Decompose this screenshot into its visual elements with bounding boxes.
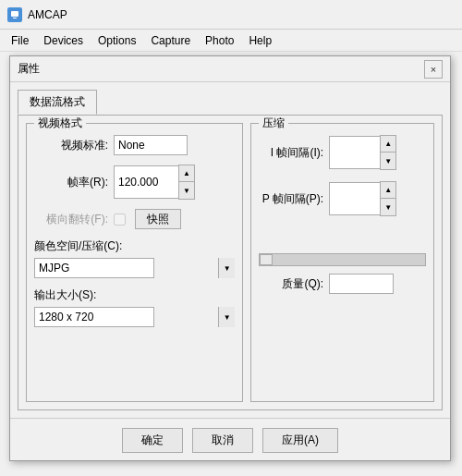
video-format-group: 视频格式 视频标准: 帧率(R): ▲ ▼ <box>26 123 243 402</box>
menu-options[interactable]: Options <box>91 32 143 49</box>
quality-row: 质量(Q): <box>259 274 426 294</box>
output-size-row: 输出大小(S): 1280 x 720 640 x 480 320 x 240 … <box>34 287 235 327</box>
color-space-select[interactable]: MJPG YUY2 NV12 H264 <box>34 258 154 278</box>
i-interval-label: I 帧间隔(I): <box>259 145 323 161</box>
frame-rate-down-button[interactable]: ▼ <box>179 182 194 199</box>
p-interval-row: P 帧间隔(P): ▲ ▼ <box>259 181 426 216</box>
apply-button[interactable]: 应用(A) <box>262 428 338 453</box>
menu-photo[interactable]: Photo <box>198 32 241 49</box>
frame-rate-input[interactable] <box>114 165 178 199</box>
cancel-button[interactable]: 取消 <box>192 428 253 453</box>
frame-rate-row: 帧率(R): ▲ ▼ <box>34 165 235 200</box>
app-title: AMCAP <box>28 8 67 21</box>
output-size-dropdown-arrow: ▼ <box>218 307 235 327</box>
app-icon <box>7 7 22 22</box>
dialog-close-button[interactable]: × <box>424 60 443 79</box>
p-interval-spinner-buttons: ▲ ▼ <box>380 181 396 216</box>
color-space-dropdown-arrow: ▼ <box>218 258 235 278</box>
color-space-label: 颜色空间/压缩(C): <box>34 238 229 254</box>
p-interval-label: P 帧间隔(P): <box>259 191 323 207</box>
color-space-row: 颜色空间/压缩(C): MJPG YUY2 NV12 H264 ▼ <box>34 238 235 278</box>
dialog-content: 数据流格式 视频格式 视频标准: 帧率(R): ▲ <box>10 82 450 418</box>
tab-data-stream-format[interactable]: 数据流格式 <box>18 90 97 115</box>
video-standard-label: 视频标准: <box>34 138 108 153</box>
video-format-legend: 视频格式 <box>34 116 86 131</box>
dialog-title: 属性 <box>18 61 40 77</box>
p-interval-spinner: ▲ ▼ <box>329 181 396 216</box>
video-standard-input[interactable] <box>114 135 188 155</box>
color-space-select-wrapper: MJPG YUY2 NV12 H264 ▼ <box>34 258 235 278</box>
flip-checkbox[interactable] <box>114 214 126 226</box>
i-interval-spinner-buttons: ▲ ▼ <box>380 135 396 170</box>
ok-button[interactable]: 确定 <box>122 428 183 453</box>
flip-row: 横向翻转(F): 快照 <box>34 209 235 229</box>
panel-area: 视频格式 视频标准: 帧率(R): ▲ ▼ <box>18 115 443 410</box>
frame-rate-spinner-buttons: ▲ ▼ <box>178 165 195 200</box>
i-interval-up-button[interactable]: ▲ <box>381 136 395 153</box>
scrollbar-thumb[interactable] <box>260 254 273 265</box>
menu-capture[interactable]: Capture <box>143 32 198 49</box>
dialog-buttons-area: 确定 取消 应用(A) <box>10 418 450 460</box>
p-interval-down-button[interactable]: ▼ <box>381 199 395 215</box>
frame-rate-spinner: ▲ ▼ <box>114 165 195 200</box>
quality-input[interactable] <box>329 274 394 294</box>
compression-group: 压缩 I 帧间隔(I): ▲ ▼ P 帧间隔(P): <box>250 123 434 402</box>
quality-scrollbar-area <box>259 253 426 266</box>
i-interval-down-button[interactable]: ▼ <box>381 153 395 169</box>
quick-snapshot-button[interactable]: 快照 <box>135 209 181 229</box>
i-interval-row: I 帧间隔(I): ▲ ▼ <box>259 135 426 170</box>
menu-help[interactable]: Help <box>241 32 279 49</box>
svg-rect-2 <box>13 18 17 18</box>
output-size-select[interactable]: 1280 x 720 640 x 480 320 x 240 1920 x 10… <box>34 307 154 327</box>
dialog-title-bar: 属性 × <box>10 56 450 82</box>
output-size-select-wrapper: 1280 x 720 640 x 480 320 x 240 1920 x 10… <box>34 307 235 327</box>
quality-scrollbar-track[interactable] <box>259 253 426 266</box>
i-interval-input[interactable] <box>329 136 380 169</box>
tab-area: 数据流格式 <box>18 90 443 115</box>
title-bar: AMCAP <box>0 0 462 30</box>
p-interval-input[interactable] <box>329 182 380 215</box>
svg-rect-1 <box>11 11 18 17</box>
flip-label: 横向翻转(F): <box>34 212 108 227</box>
menu-file[interactable]: File <box>4 32 36 49</box>
video-standard-row: 视频标准: <box>34 135 235 155</box>
frame-rate-label: 帧率(R): <box>34 175 108 190</box>
menu-bar: File Devices Options Capture Photo Help <box>0 30 462 52</box>
properties-dialog: 属性 × 数据流格式 视频格式 视频标准: 帧率(R): <box>9 55 451 461</box>
p-interval-up-button[interactable]: ▲ <box>381 182 395 199</box>
quality-label: 质量(Q): <box>259 276 323 292</box>
frame-rate-up-button[interactable]: ▲ <box>179 165 194 182</box>
compression-legend: 压缩 <box>259 116 288 131</box>
i-interval-spinner: ▲ ▼ <box>329 135 396 170</box>
menu-devices[interactable]: Devices <box>36 32 91 49</box>
output-size-label: 输出大小(S): <box>34 287 229 303</box>
